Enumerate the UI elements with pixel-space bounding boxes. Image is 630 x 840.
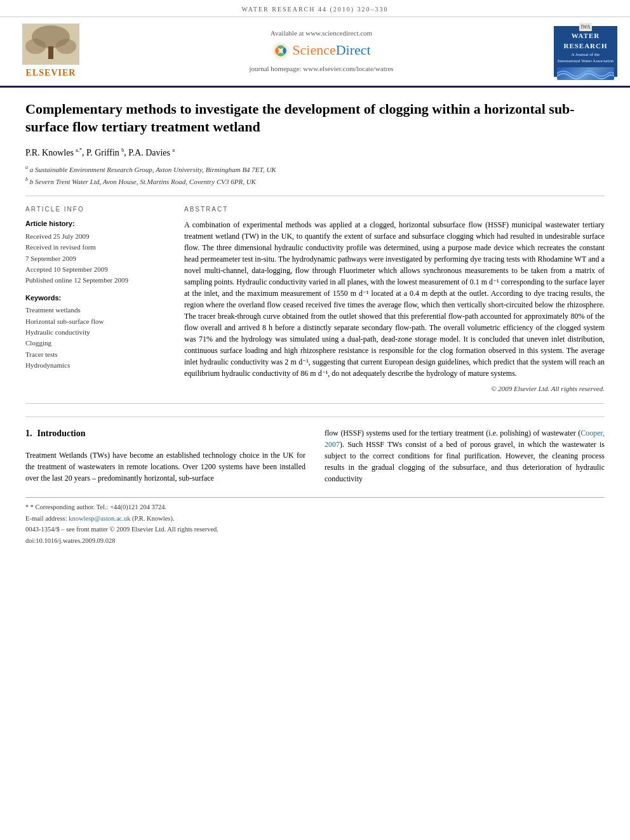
copyright: © 2009 Elsevier Ltd. All rights reserved… [184, 384, 605, 394]
article-info-column: ARTICLE INFO Article history: Received 2… [25, 205, 165, 394]
footnote-issn: 0043-1354/$ – see front matter © 2009 El… [25, 525, 605, 535]
abstract-label: ABSTRACT [184, 205, 605, 214]
journal-homepage: journal homepage: www.elsevier.com/locat… [249, 64, 393, 74]
article-info-label: ARTICLE INFO [25, 205, 165, 214]
journal-header-text: WATER RESEARCH 44 (2010) 320–330 [241, 6, 388, 13]
history-item-1: Received in revised form [25, 243, 165, 252]
sd-icon [272, 42, 290, 60]
footnotes: * * Corresponding author. Tel.: +44(0)12… [25, 497, 605, 546]
elsevier-tree-image [22, 23, 79, 65]
body-right-col: flow (HSSF) systems used for the tertiar… [325, 427, 605, 484]
section-heading: Introduction [37, 427, 86, 440]
article-history-label: Article history: [25, 219, 165, 229]
footnote-star: * [25, 503, 30, 510]
history-item-2: 7 September 2009 [25, 254, 165, 263]
body-section: 1. Introduction Treatment Wetlands (TWs)… [25, 417, 605, 484]
main-content: Complementary methods to investigate the… [0, 88, 630, 561]
divider-1 [25, 196, 605, 196]
svg-point-5 [49, 55, 53, 59]
footnote-corresponding: * * Corresponding author. Tel.: +44(0)12… [25, 503, 605, 512]
available-text: Available at www.sciencedirect.com [271, 29, 372, 38]
footnote-doi: doi:10.1016/j.watres.2009.09.028 [25, 537, 605, 546]
svg-point-6 [272, 43, 289, 59]
svg-point-2 [25, 39, 46, 54]
keyword-4: Tracer tests [25, 350, 165, 359]
keyword-2: Hydraulic conductivity [25, 328, 165, 337]
article-title: Complementary methods to investigate the… [25, 100, 605, 137]
article-info-abstract: ARTICLE INFO Article history: Received 2… [25, 205, 605, 394]
sciencedirect-logo: ScienceDirect [272, 41, 370, 60]
history-item-3: Accepted 10 September 2009 [25, 265, 165, 274]
center-logos: Available at www.sciencedirect.com Scien… [249, 29, 393, 74]
body-two-col: 1. Introduction Treatment Wetlands (TWs)… [25, 427, 605, 484]
author-sup-a: a,* [76, 147, 82, 153]
email-link[interactable]: knowlesp@aston.ac.uk [69, 515, 130, 522]
keywords-label: Keywords: [25, 293, 165, 303]
water-research-subtitle: A Journal of theInternational Water Asso… [558, 52, 613, 65]
keyword-0: Treatment wetlands [25, 305, 165, 315]
journal-header: WATER RESEARCH 44 (2010) 320–330 [0, 0, 630, 17]
history-item-0: Received 25 July 2009 [25, 232, 165, 241]
keyword-1: Horizontal sub-surface flow [25, 317, 165, 326]
keyword-5: Hydrodynamics [25, 361, 165, 370]
cooper-ref[interactable]: Cooper, 2007 [325, 429, 605, 449]
abstract-column: ABSTRACT A combination of experimental m… [184, 205, 605, 394]
elsevier-logo: ELSEVIER [13, 23, 89, 79]
logos-area: ELSEVIER Available at www.sciencedirect.… [0, 17, 630, 88]
intro-right-text: flow (HSSF) systems used for the tertiar… [325, 427, 605, 484]
water-research-logo: IWA WATER RESEARCH A Journal of theInter… [554, 26, 617, 77]
sciencedirect-text: ScienceDirect [292, 41, 370, 60]
affiliation-a: a a Sustainable Environment Research Gro… [25, 164, 605, 175]
body-left-col: 1. Introduction Treatment Wetlands (TWs)… [25, 427, 305, 484]
water-wave-decoration [557, 67, 614, 80]
author-sup-a2: a [173, 147, 175, 153]
section-number: 1. [25, 427, 32, 440]
iwa-badge: IWA [579, 23, 591, 31]
abstract-text: A combination of experimental methods wa… [184, 219, 605, 379]
keyword-3: Clogging [25, 338, 165, 348]
footnote-email: E-mail address: knowlesp@aston.ac.uk (P.… [25, 514, 605, 524]
intro-left-text: Treatment Wetlands (TWs) have become an … [25, 450, 305, 484]
divider-2 [25, 403, 605, 404]
water-research-title: WATER RESEARCH [556, 31, 615, 51]
svg-point-3 [56, 39, 76, 54]
affiliation-b: b b Severn Trent Water Ltd, Avon House, … [25, 176, 605, 187]
author-sup-b: b [121, 147, 124, 153]
elsevier-name: ELSEVIER [26, 67, 76, 79]
history-item-4: Published online 12 September 2009 [25, 276, 165, 285]
authors-line: P.R. Knowles a,*, P. Griffin b, P.A. Dav… [25, 147, 605, 159]
